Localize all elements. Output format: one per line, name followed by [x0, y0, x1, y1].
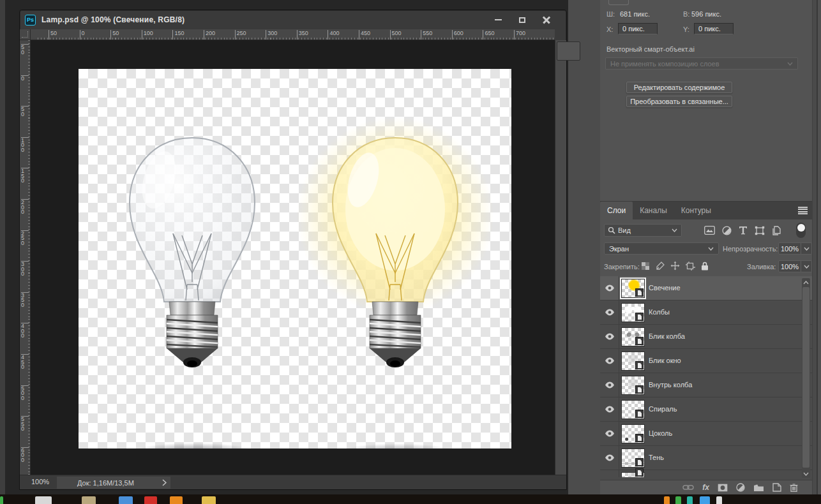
- vertical-ruler[interactable]: 5 005 01 0 01 5 02 0 02 5 03 0 03 5 04 0…: [20, 40, 31, 475]
- layers-scrollbar[interactable]: [802, 278, 810, 478]
- layer-thumbnail[interactable]: [621, 279, 645, 298]
- layer-row[interactable]: Спираль: [600, 397, 812, 422]
- layer-thumbnail[interactable]: [621, 327, 645, 346]
- document-size-segment[interactable]: Док: 1,16M/13,5M: [57, 477, 170, 489]
- smart-object-badge-icon: [635, 458, 644, 466]
- layer-thumbnail[interactable]: [621, 303, 645, 322]
- layer-visibility-toggle[interactable]: [600, 300, 619, 324]
- y-input[interactable]: [694, 23, 734, 34]
- filter-pixel-layers-icon[interactable]: [704, 226, 715, 235]
- horizontal-ruler[interactable]: 5005010015020025030035040045050055060065…: [31, 29, 555, 40]
- scroll-down-icon[interactable]: [802, 470, 810, 477]
- tab-paths[interactable]: Контуры: [674, 202, 718, 219]
- filter-type-select[interactable]: Вид: [604, 224, 682, 237]
- start-sliver-taskbar-icon[interactable]: [0, 496, 3, 504]
- ruler-tick-label: 0: [80, 30, 85, 40]
- minimize-button[interactable]: [486, 10, 510, 29]
- layer-thumbnail[interactable]: [621, 448, 645, 468]
- artboard-transparency-grid[interactable]: [79, 69, 511, 448]
- layer-row[interactable]: Блик окно: [600, 349, 812, 373]
- layer-thumbnail[interactable]: [621, 400, 645, 419]
- canvas-area[interactable]: [31, 40, 555, 475]
- layer-visibility-toggle[interactable]: [600, 422, 619, 445]
- console-app-taskbar-icon[interactable]: [170, 496, 183, 504]
- layer-visibility-toggle[interactable]: [600, 373, 619, 397]
- new-group-icon[interactable]: [753, 484, 764, 492]
- layer-thumbnail[interactable]: [621, 472, 645, 477]
- smart-object-badge-icon: [635, 313, 644, 321]
- windows-taskbar[interactable]: [0, 494, 821, 504]
- tab-layers[interactable]: Слои: [600, 202, 633, 219]
- lock-paint-icon[interactable]: [656, 262, 665, 271]
- layer-visibility-toggle[interactable]: [600, 446, 619, 470]
- filter-smart-object-icon[interactable]: [772, 226, 781, 235]
- lock-transparency-icon[interactable]: [641, 262, 650, 271]
- lock-position-icon[interactable]: [670, 261, 680, 271]
- fill-chevron[interactable]: [801, 260, 812, 272]
- blend-mode-select[interactable]: Экран: [604, 242, 719, 255]
- layer-style-icon[interactable]: fx: [702, 484, 709, 491]
- media-app-taskbar-icon[interactable]: [119, 496, 133, 504]
- layer-row[interactable]: Блик колба: [600, 325, 812, 349]
- new-layer-icon[interactable]: [772, 483, 781, 492]
- document-window: Ps Lamp.psd @ 100% (Свечение, RGB/8) 500…: [19, 10, 567, 490]
- filter-toggle-switch[interactable]: [796, 223, 806, 238]
- layers-scrollbar-thumb[interactable]: [802, 287, 810, 468]
- panel-menu-icon[interactable]: [798, 207, 808, 214]
- layer-comp-select[interactable]: Не применять композицию слоев: [605, 57, 798, 70]
- layer-visibility-toggle[interactable]: [600, 349, 619, 373]
- fill-value[interactable]: 100%: [778, 260, 801, 272]
- document-statusbar: 100% Док: 1,16M/13,5M: [20, 475, 566, 489]
- photoshop-workspace: Ps Lamp.psd @ 100% (Свечение, RGB/8) 500…: [0, 0, 821, 504]
- document-titlebar[interactable]: Ps Lamp.psd @ 100% (Свечение, RGB/8): [20, 10, 566, 29]
- layer-thumbnail[interactable]: [621, 352, 645, 371]
- edit-content-button[interactable]: Редактировать содержимое: [626, 82, 732, 93]
- layer-row[interactable]: Свечение: [600, 276, 812, 300]
- lock-artboard-icon[interactable]: [686, 262, 695, 271]
- opacity-chevron[interactable]: [801, 242, 812, 255]
- tray-icon-3-taskbar-icon[interactable]: [687, 496, 693, 504]
- tray-icon-1-taskbar-icon[interactable]: [664, 496, 670, 504]
- adjustment-layer-icon[interactable]: [736, 483, 745, 492]
- scroll-up-icon[interactable]: [802, 279, 810, 286]
- maximize-button[interactable]: [510, 10, 534, 29]
- close-button[interactable]: [534, 10, 559, 29]
- x-input[interactable]: [618, 23, 658, 34]
- canvas-vertical-scrollbar[interactable]: [555, 40, 566, 475]
- add-mask-icon[interactable]: [718, 484, 728, 492]
- opera-app-taskbar-icon[interactable]: [144, 496, 157, 504]
- ruler-tick-label: 3 0 0: [21, 261, 29, 277]
- photoshop-file-icon: Ps: [25, 15, 36, 26]
- filter-type-icon[interactable]: [739, 226, 748, 235]
- zoom-level[interactable]: 100%: [31, 478, 49, 485]
- tab-channels[interactable]: Каналы: [633, 202, 674, 219]
- layer-thumbnail[interactable]: [621, 424, 645, 443]
- opacity-value[interactable]: 100%: [778, 242, 801, 255]
- wordpad-app-taskbar-icon[interactable]: [35, 496, 52, 504]
- filter-shape-icon[interactable]: [755, 226, 765, 235]
- lock-all-icon[interactable]: [701, 262, 709, 271]
- layer-row[interactable]: Тень: [600, 446, 812, 470]
- layer-row[interactable]: Цоколь: [600, 422, 812, 446]
- layers-panel: Слои Каналы Контуры Вид: [600, 201, 812, 494]
- layer-visibility-toggle[interactable]: [600, 470, 619, 477]
- tray-icon-2-taskbar-icon[interactable]: [675, 496, 681, 504]
- link-layers-icon[interactable]: [682, 484, 694, 491]
- layer-visibility-toggle[interactable]: [600, 325, 619, 348]
- convert-to-linked-button[interactable]: Преобразовать в связанные...: [626, 96, 732, 107]
- layer-row[interactable]: Внутрь колба: [600, 373, 812, 397]
- tray-icon-4-taskbar-icon[interactable]: [700, 496, 710, 504]
- layer-visibility-toggle[interactable]: [600, 397, 619, 421]
- layer-name: Блик окно: [649, 357, 681, 364]
- delete-layer-icon[interactable]: [790, 483, 798, 492]
- folder-yellow-app-taskbar-icon[interactable]: [202, 496, 216, 504]
- filter-adjustment-icon[interactable]: [722, 226, 732, 235]
- layer-name: Цоколь: [649, 429, 672, 437]
- layer-visibility-toggle[interactable]: [600, 276, 619, 300]
- folder-app-taskbar-icon[interactable]: [82, 496, 96, 504]
- layer-row[interactable]: [600, 470, 812, 477]
- layer-thumbnail[interactable]: [621, 376, 645, 395]
- tray-icon-5-taskbar-icon[interactable]: [716, 496, 722, 504]
- layer-row[interactable]: Колбы: [600, 300, 812, 325]
- ruler-origin-box[interactable]: [20, 29, 31, 40]
